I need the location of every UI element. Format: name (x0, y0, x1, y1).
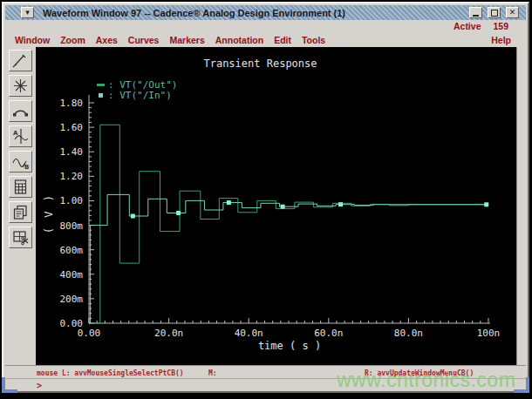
active-label: Active (454, 21, 481, 31)
tick-label: 800m (60, 220, 84, 232)
tick-label: 1.20 (60, 171, 84, 182)
toolbar-button-horizontal-marker[interactable]: B (9, 151, 32, 172)
tick-label: 400m (60, 269, 84, 281)
menu-bar: Window Zoom Axes Curves Markers Annotati… (5, 32, 526, 47)
left-toolbar: A B (5, 47, 36, 365)
tick-label: 1.40 (60, 146, 84, 158)
menu-axes[interactable]: Axes (96, 35, 118, 45)
watermark-text: www.cntronics.com (337, 369, 515, 392)
screen: ▾ Waveform Window 97 -- Cadence® Analog … (0, 0, 532, 399)
minimize-button[interactable] (469, 7, 482, 18)
minimize-icon (473, 15, 479, 17)
plot-area[interactable]: Transient Response : VT("/Out") : VT("/I… (36, 47, 516, 365)
tick-label: 600m (60, 245, 84, 256)
menu-help[interactable]: Help (491, 35, 511, 45)
close-button[interactable]: ✕ (506, 7, 519, 18)
menu-tools[interactable]: Tools (302, 35, 325, 45)
active-status-row: Active 159 (5, 20, 526, 32)
data-point-marker (338, 202, 343, 206)
tick-label: 1.00 (60, 195, 84, 206)
menu-window[interactable]: Window (15, 35, 50, 45)
zoom-star-icon (10, 78, 31, 94)
vertical-marker-a-icon: A (10, 128, 31, 145)
tick-label: 60.0n (314, 328, 343, 339)
menu-curves[interactable]: Curves (128, 35, 160, 45)
data-point-marker (484, 202, 488, 206)
calculator-icon (10, 179, 31, 195)
svg-text:B: B (24, 164, 29, 170)
prompt-symbol: > (37, 381, 42, 390)
toolbar-button-pan-arc[interactable] (9, 100, 32, 122)
tick-label: 80.0n (394, 328, 423, 339)
toolbar-button-zoom-star[interactable] (9, 75, 32, 97)
title-bar[interactable]: ▾ Waveform Window 97 -- Cadence® Analog … (5, 5, 526, 20)
tick-label: 40.0n (235, 328, 263, 339)
tick-label: 20.0n (154, 328, 183, 339)
menu-annotation[interactable]: Annotation (215, 35, 263, 45)
waveform-marker-b-icon: B (10, 153, 31, 170)
x-axis-label: time ( s ) (89, 340, 490, 352)
waveform-canvas[interactable]: 0.0020.0n40.0n60.0n80.0n100n0.00200m400m… (36, 47, 521, 365)
tick-label: 1.80 (60, 98, 84, 109)
menu-zoom[interactable]: Zoom (60, 35, 85, 45)
waveform-window: ▾ Waveform Window 97 -- Cadence® Analog … (2, 2, 529, 393)
toolbar-button-probe[interactable] (9, 50, 32, 71)
trace-out (89, 125, 488, 323)
window-title: Waveform Window 97 -- Cadence® Analog De… (43, 8, 345, 18)
window-menu-button[interactable]: ▾ (21, 7, 34, 18)
maximize-button[interactable] (488, 7, 501, 18)
copy-window-icon (10, 204, 31, 220)
active-count: 159 (493, 21, 508, 31)
menu-markers[interactable]: Markers (169, 35, 204, 45)
main-content: A B Transient Response (5, 47, 526, 365)
data-point-marker (176, 211, 181, 215)
tick-label: 0.00 (60, 318, 84, 329)
resize-corner-bottom-left[interactable] (2, 377, 17, 393)
resize-corner-bottom-right[interactable] (514, 377, 529, 393)
tick-label: 1.60 (60, 122, 84, 133)
toolbar-button-calculator[interactable] (9, 176, 32, 198)
menu-edit[interactable]: Edit (274, 35, 291, 45)
data-point-marker (227, 200, 231, 205)
window-controls: ✕ (469, 7, 519, 18)
maximize-icon (491, 10, 498, 17)
toolbar-button-vertical-marker[interactable]: A (9, 125, 32, 147)
window-scissors-icon (10, 229, 31, 246)
status-mouse-middle: M: (208, 369, 217, 377)
chevron-down-icon: ▾ (25, 8, 30, 17)
status-mouse-left: mouse L: avvMouseSingleSelectPtCB() (37, 369, 184, 377)
toolbar-button-slice-window[interactable] (9, 227, 32, 248)
data-point-marker (131, 214, 135, 219)
toolbar-button-copy-window[interactable] (9, 201, 32, 223)
trace-in (89, 194, 488, 323)
data-point-marker (281, 205, 285, 209)
tick-label: 200m (60, 294, 84, 305)
tick-label: 100n (477, 328, 501, 339)
pan-arc-icon (10, 103, 31, 119)
close-icon: ✕ (509, 8, 516, 17)
probe-pen-icon (10, 52, 31, 69)
